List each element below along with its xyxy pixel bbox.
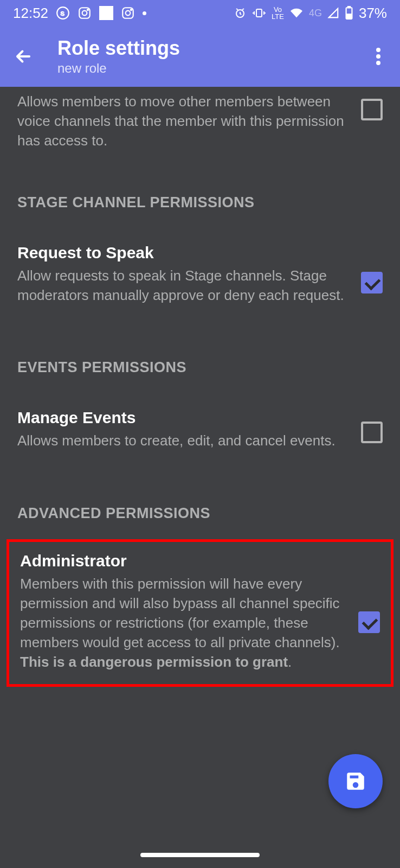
- section-header-events: EVENTS PERMISSIONS: [0, 359, 400, 376]
- svg-point-6: [131, 9, 132, 10]
- permission-move-members[interactable]: Allows members to move other members bet…: [0, 87, 400, 173]
- checkbox-manage-events[interactable]: [361, 422, 383, 443]
- app-bar-titles: Role settings new role: [57, 37, 180, 76]
- status-bar: 12:52 VoLTE 4G 37%: [0, 0, 400, 26]
- battery-percent: 37%: [359, 5, 387, 22]
- checkbox-administrator[interactable]: [358, 611, 380, 633]
- permission-desc: Allows members to move other members bet…: [17, 92, 350, 151]
- permission-manage-events[interactable]: Manage Events Allows members to create, …: [0, 376, 400, 467]
- permission-text: Request to Speak Allow requests to speak…: [17, 244, 361, 305]
- signal-icon: [327, 7, 339, 19]
- vibrate-icon: [252, 7, 266, 20]
- status-time: 12:52: [13, 5, 48, 22]
- svg-point-13: [376, 54, 380, 59]
- svg-point-5: [126, 11, 131, 16]
- save-fab[interactable]: [328, 754, 383, 808]
- permission-title: Manage Events: [17, 409, 350, 427]
- svg-point-3: [87, 9, 88, 10]
- svg-point-12: [376, 48, 380, 52]
- instagram-icon: [78, 6, 92, 20]
- nav-indicator[interactable]: [140, 853, 260, 857]
- permission-title: Administrator: [20, 552, 347, 570]
- wifi-icon: [289, 7, 304, 19]
- content: Allows members to move other members bet…: [0, 87, 400, 687]
- status-right: VoLTE 4G 37%: [234, 5, 387, 22]
- permission-request-to-speak[interactable]: Request to Speak Allow requests to speak…: [0, 211, 400, 322]
- svg-point-14: [376, 61, 380, 65]
- network-label: 4G: [309, 8, 322, 19]
- section-header-advanced: ADVANCED PERMISSIONS: [0, 505, 400, 522]
- permission-desc: Allows members to create, edit, and canc…: [17, 431, 350, 451]
- permission-desc-warning: This is a dangerous permission to grant: [20, 654, 288, 670]
- overflow-menu-button[interactable]: [367, 46, 389, 67]
- whatsapp-icon: [56, 6, 70, 20]
- instagram-icon-2: [121, 6, 135, 20]
- permission-desc: Allow requests to speak in Stage channel…: [17, 266, 350, 305]
- square-icon: [99, 6, 113, 20]
- battery-icon: [345, 6, 353, 20]
- svg-point-0: [57, 7, 69, 19]
- permission-desc-plain: Members with this permission will have e…: [20, 576, 340, 650]
- svg-point-2: [82, 11, 87, 16]
- checkbox-request-to-speak[interactable]: [361, 272, 383, 293]
- permission-desc-tail: .: [288, 654, 292, 670]
- permission-text: Administrator Members with this permissi…: [20, 552, 358, 672]
- svg-rect-8: [256, 9, 262, 17]
- permission-text: Allows members to move other members bet…: [17, 92, 361, 151]
- page-subtitle: new role: [57, 61, 180, 76]
- permission-administrator-highlighted[interactable]: Administrator Members with this permissi…: [7, 539, 393, 686]
- status-left: 12:52: [13, 5, 146, 22]
- permission-title: Request to Speak: [17, 244, 350, 262]
- page-title: Role settings: [57, 37, 180, 60]
- alarm-icon: [234, 7, 247, 20]
- svg-rect-11: [347, 14, 352, 18]
- permission-text: Manage Events Allows members to create, …: [17, 409, 361, 451]
- back-button[interactable]: [11, 44, 36, 69]
- app-bar: Role settings new role: [0, 26, 400, 87]
- svg-rect-10: [348, 7, 350, 8]
- checkbox-move-members[interactable]: [361, 99, 383, 120]
- permission-desc: Members with this permission will have e…: [20, 575, 347, 672]
- volte-label: VoLTE: [272, 6, 284, 20]
- section-header-stage: STAGE CHANNEL PERMISSIONS: [0, 194, 400, 211]
- dot-icon: [143, 11, 146, 15]
- save-icon: [344, 770, 367, 793]
